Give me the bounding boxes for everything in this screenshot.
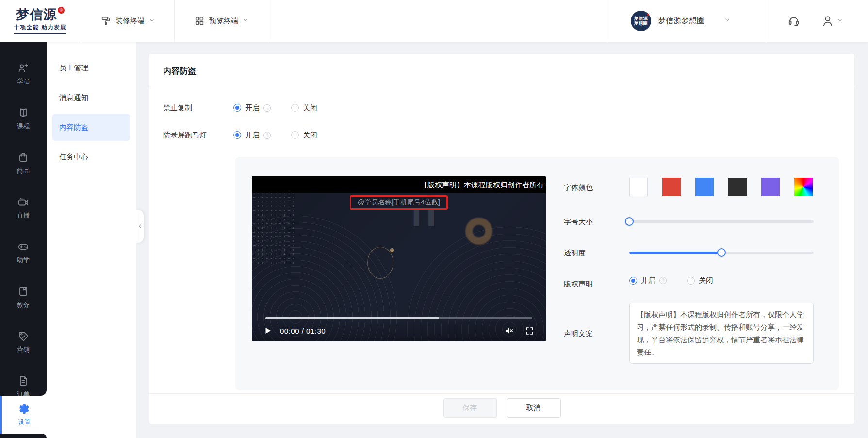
chevron-down-icon [243, 17, 248, 25]
info-icon[interactable] [659, 277, 667, 284]
disable-copy-on-radio[interactable] [233, 104, 241, 112]
chevron-down-icon [724, 17, 731, 25]
nav-preview-terminal-label: 预览终端 [209, 17, 238, 26]
anti-record-on-radio[interactable] [233, 131, 241, 139]
page-title: 内容防盗 [163, 66, 196, 77]
copyright-on-label[interactable]: 开启 [641, 276, 655, 285]
gamepad-icon [17, 241, 29, 253]
nav-preview-terminal[interactable]: 预览终端 [175, 0, 268, 42]
font-color-swatches [629, 178, 813, 196]
registered-mark-icon: ® [58, 7, 65, 14]
submenu-item-notifications[interactable]: 消息通知 [47, 84, 136, 111]
logo-tagline: 十项全能 助力发展 [14, 24, 67, 34]
fullscreen-icon[interactable] [525, 326, 534, 336]
statement-label: 声明文案 [564, 329, 593, 338]
anti-record-label: 防录屏跑马灯 [163, 131, 233, 140]
price-tag-icon [17, 330, 29, 342]
info-icon[interactable] [263, 132, 271, 139]
logo-title: 梦信源 [16, 8, 57, 21]
copyright-toggle-label: 版权声明 [564, 280, 593, 289]
submenu-item-staff[interactable]: 员工管理 [47, 54, 136, 82]
nav-decorate-terminal[interactable]: 装修终端 [81, 0, 175, 42]
color-swatch-blue[interactable] [695, 178, 714, 196]
copyright-on-radio[interactable] [629, 277, 637, 285]
submenu-item-task-center[interactable]: 任务中心 [47, 143, 136, 170]
color-swatch-white[interactable] [629, 178, 648, 196]
disable-copy-off-label[interactable]: 关闭 [303, 103, 317, 113]
sidebar-item-academic[interactable]: 教务 [17, 286, 30, 309]
settings-card: 内容防盗 禁止复制 开启 关闭 防录屏跑马灯 开启 [149, 54, 854, 424]
decor-ring [465, 218, 492, 245]
card-footer: 保存 取消 [149, 393, 854, 424]
gear-icon [18, 403, 30, 415]
play-button[interactable] [263, 326, 272, 335]
support-headset-button[interactable] [787, 15, 800, 27]
video-progress-fill [265, 317, 439, 319]
sidebar-collapse-handle[interactable] [136, 210, 144, 243]
mute-icon[interactable] [505, 326, 514, 336]
color-swatch-red[interactable] [662, 178, 681, 196]
sidebar-item-students[interactable]: 学员 [17, 62, 30, 86]
sidebar-item-marketing[interactable]: 营销 [17, 330, 30, 354]
cancel-button[interactable]: 取消 [507, 398, 561, 418]
sidebar-item-study-aid[interactable]: 助学 [17, 241, 30, 265]
chevron-down-icon [837, 17, 843, 25]
avatar: 梦信源 梦想圈 [631, 11, 651, 31]
copyright-off-radio[interactable] [687, 277, 695, 285]
user-menu-button[interactable] [821, 15, 843, 27]
statement-textarea[interactable]: 【版权声明】本课程版权归创作者所有，仅限个人学习，严禁任何形式的录制、传播和账号… [629, 303, 814, 364]
font-size-slider-handle[interactable] [625, 217, 634, 226]
font-size-slider[interactable] [629, 217, 814, 226]
sidebar-item-live[interactable]: 直播 [17, 196, 30, 220]
decor-circle [367, 247, 393, 279]
row-disable-copy: 禁止复制 开启 关闭 [163, 100, 854, 116]
video-preview: ❚❚ 【版权声明】本课程版权归创作者所有 @学员名称[手机尾号4位数] 00:0… [252, 176, 546, 341]
opacity-slider[interactable] [629, 248, 814, 257]
person-icon [821, 15, 834, 27]
account-menu[interactable]: 梦信源 梦想圈 梦信源梦想圈 [607, 0, 766, 42]
anti-record-on-label[interactable]: 开启 [245, 131, 260, 140]
app-window: 梦信源 ® 十项全能 助力发展 装修终端 预览终端 [0, 0, 868, 438]
paint-roller-icon [100, 16, 111, 26]
users-icon [17, 62, 29, 74]
decor-quotes: ❚❚ [409, 207, 439, 226]
brand-logo: 梦信源 ® 十项全能 助力发展 [0, 0, 81, 42]
primary-sidebar: 学员 课程 商品 [0, 42, 47, 438]
disable-copy-off-radio[interactable] [291, 104, 299, 112]
color-swatch-purple[interactable] [761, 178, 780, 196]
headset-icon [787, 15, 800, 27]
top-header: 梦信源 ® 十项全能 助力发展 装修终端 预览终端 [0, 0, 868, 42]
color-swatch-black[interactable] [728, 178, 747, 196]
sidebar-item-settings[interactable]: 设置 [0, 396, 47, 434]
copyright-radio-group: 开启 关闭 [629, 276, 713, 285]
video-controls: 00:00 / 01:30 [252, 320, 546, 341]
account-name: 梦信源梦想圈 [658, 16, 704, 26]
video-camera-icon [17, 196, 29, 208]
copyright-banner: 【版权声明】本课程版权归创作者所有 [252, 176, 546, 193]
save-button[interactable]: 保存 [443, 398, 497, 418]
qr-code-icon [194, 16, 205, 26]
video-time: 00:00 / 01:30 [280, 327, 326, 335]
anti-record-off-label[interactable]: 关闭 [303, 131, 317, 140]
opacity-slider-handle[interactable] [717, 248, 726, 257]
secondary-sidebar: 员工管理 消息通知 内容防盗 任务中心 [47, 42, 136, 438]
sidebar-item-courses[interactable]: 课程 [17, 107, 30, 131]
color-swatch-rainbow[interactable] [794, 178, 813, 196]
disable-copy-on-label[interactable]: 开启 [245, 103, 260, 113]
watermark-marquee: @学员名称[手机尾号4位数] [252, 195, 546, 210]
row-anti-record-marquee: 防录屏跑马灯 开启 关闭 [163, 127, 854, 143]
document-icon [17, 375, 29, 387]
sidebar-item-orders[interactable]: 订单 [17, 375, 30, 399]
font-color-label: 字体颜色 [564, 183, 593, 192]
nav-decorate-terminal-label: 装修终端 [115, 17, 145, 26]
copyright-off-label[interactable]: 关闭 [699, 276, 713, 285]
video-progress-bar[interactable] [265, 317, 532, 319]
notebook-icon [17, 286, 29, 297]
anti-record-off-radio[interactable] [291, 131, 299, 139]
info-icon[interactable] [263, 104, 271, 112]
opacity-label: 透明度 [564, 249, 586, 258]
font-size-label: 字号大小 [564, 218, 593, 227]
submenu-item-content-protection[interactable]: 内容防盗 [52, 114, 130, 141]
sidebar-item-goods[interactable]: 商品 [17, 152, 30, 175]
chevron-down-icon [149, 17, 155, 25]
